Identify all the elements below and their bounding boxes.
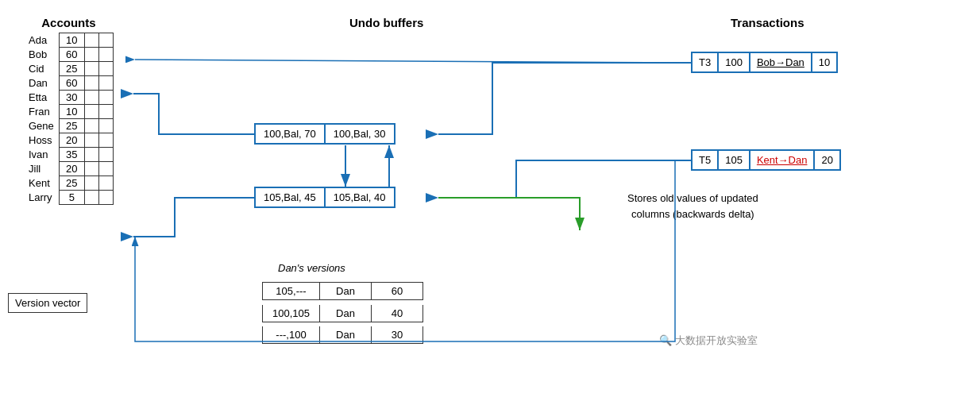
arrow-ub1-to-dan — [133, 94, 254, 134]
accounts-title: Accounts — [24, 16, 114, 29]
account-value: 10 — [59, 33, 84, 48]
account-extra-1 — [84, 48, 98, 62]
t5-id: T5 — [693, 151, 719, 169]
account-extra-1 — [84, 76, 98, 91]
account-row: Ada10 — [24, 33, 113, 48]
t3-op: Bob→Dan — [750, 53, 812, 71]
stores-text-line2: columns (backwards delta) — [627, 206, 758, 222]
account-row: Fran10 — [24, 105, 113, 119]
accounts-section: Accounts Ada10Bob60Cid25Dan60Etta30Fran1… — [24, 16, 114, 205]
account-extra-1 — [84, 105, 98, 119]
account-row: Gene25 — [24, 119, 113, 133]
account-name: Dan — [24, 76, 59, 91]
account-extra-2 — [98, 91, 113, 105]
dans-cell-col1: 105,--- — [263, 283, 320, 300]
account-value: 25 — [59, 119, 84, 133]
dans-cell-col2: Dan — [320, 326, 372, 344]
dans-cell-col1: 100,105 — [263, 305, 320, 322]
account-extra-2 — [98, 33, 113, 48]
account-extra-2 — [98, 162, 113, 176]
account-extra-2 — [98, 48, 113, 62]
account-extra-2 — [98, 148, 113, 162]
account-extra-1 — [84, 191, 98, 205]
version-vector-label: Version vector — [15, 297, 80, 309]
account-extra-1 — [84, 91, 98, 105]
account-extra-2 — [98, 176, 113, 191]
t3-val: 10 — [812, 53, 836, 71]
account-row: Jill20 — [24, 162, 113, 176]
undo-buffers-title: Undo buffers — [349, 16, 423, 29]
account-name: Jill — [24, 162, 59, 176]
t5-op: Kent→Dan — [750, 151, 816, 169]
account-value: 30 — [59, 91, 84, 105]
account-row: Cid25 — [24, 62, 113, 76]
diagram-container: Accounts Ada10Bob60Cid25Dan60Etta30Fran1… — [0, 0, 980, 405]
dans-cell-col3: 40 — [372, 305, 423, 322]
account-value: 60 — [59, 76, 84, 91]
dans-cell-col1: ---,100 — [263, 326, 320, 344]
account-extra-1 — [84, 133, 98, 148]
account-extra-1 — [84, 148, 98, 162]
dans-versions-table: 105,---Dan60100,105Dan40---,100Dan30 — [262, 282, 423, 344]
undo-box-1-cell-1: 100,Bal, 70 — [256, 125, 326, 143]
t5-val: 20 — [815, 151, 839, 169]
account-value: 25 — [59, 176, 84, 191]
account-row: Larry5 — [24, 191, 113, 205]
account-row: Hoss20 — [24, 133, 113, 148]
stores-text-line1: Stores old values of updated — [627, 191, 758, 206]
accounts-table: Ada10Bob60Cid25Dan60Etta30Fran10Gene25Ho… — [24, 33, 114, 205]
account-row: Etta30 — [24, 91, 113, 105]
account-extra-1 — [84, 119, 98, 133]
transaction-t5: T5 105 Kent→Dan 20 — [691, 149, 841, 171]
account-extra-2 — [98, 76, 113, 91]
account-row: Ivan35 — [24, 148, 113, 162]
account-extra-2 — [98, 119, 113, 133]
account-name: Gene — [24, 119, 59, 133]
undo-box-1: 100,Bal, 70 100,Bal, 30 — [254, 123, 395, 145]
version-vector-box: Version vector — [8, 293, 87, 313]
account-extra-1 — [84, 33, 98, 48]
arrow-ub2-to-kent — [133, 198, 254, 237]
account-name: Larry — [24, 191, 59, 205]
account-name: Hoss — [24, 133, 59, 148]
account-row: Kent25 — [24, 176, 113, 191]
account-name: Kent — [24, 176, 59, 191]
account-extra-1 — [84, 62, 98, 76]
account-name: Bob — [24, 48, 59, 62]
account-value: 20 — [59, 133, 84, 148]
t3-id: T3 — [693, 53, 719, 71]
account-value: 5 — [59, 191, 84, 205]
undo-box-2-cell-1: 105,Bal, 45 — [256, 188, 326, 206]
dans-cell-col3: 60 — [372, 283, 423, 300]
account-value: 35 — [59, 148, 84, 162]
account-row: Dan60 — [24, 76, 113, 91]
t3-ts: 100 — [719, 53, 750, 71]
account-name: Cid — [24, 62, 59, 76]
account-value: 60 — [59, 48, 84, 62]
account-extra-2 — [98, 191, 113, 205]
arrow-t3-to-bob — [135, 60, 689, 63]
undo-box-2-cell-2: 105,Bal, 40 — [326, 188, 394, 206]
undo-box-2: 105,Bal, 45 105,Bal, 40 — [254, 187, 395, 208]
undo-box-1-cell-2: 100,Bal, 30 — [326, 125, 394, 143]
account-extra-1 — [84, 176, 98, 191]
arrow-green-stores — [438, 198, 580, 230]
dans-row: ---,100Dan30 — [263, 326, 423, 344]
account-value: 10 — [59, 105, 84, 119]
dans-row: 105,---Dan60 — [263, 283, 423, 300]
account-value: 20 — [59, 162, 84, 176]
arrow-t3-to-ub1 — [438, 63, 691, 134]
dans-cell-col2: Dan — [320, 283, 372, 300]
stores-old-values-text: Stores old values of updated columns (ba… — [627, 191, 758, 222]
account-extra-2 — [98, 62, 113, 76]
t5-ts: 105 — [719, 151, 750, 169]
account-value: 25 — [59, 62, 84, 76]
account-name: Ada — [24, 33, 59, 48]
account-name: Fran — [24, 105, 59, 119]
account-row: Bob60 — [24, 48, 113, 62]
dans-row: 100,105Dan40 — [263, 305, 423, 322]
transaction-t3: T3 100 Bob→Dan 10 — [691, 52, 838, 73]
account-name: Ivan — [24, 148, 59, 162]
dans-versions-title: Dan's versions — [278, 262, 345, 274]
account-name: Etta — [24, 91, 59, 105]
